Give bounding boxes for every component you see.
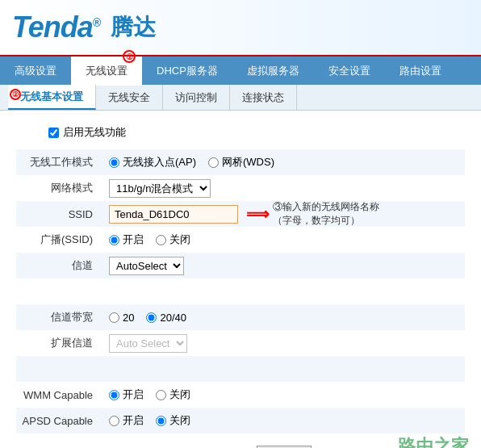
sub-nav-security[interactable]: 无线安全	[96, 85, 163, 110]
ssid-callout: ⟹ ③输入新的无线网络名称（字母，数字均可）	[246, 200, 379, 228]
separator-row-1	[16, 278, 465, 304]
apsd-label: APSD Capable	[16, 408, 105, 433]
mode-ap-radio[interactable]	[109, 157, 119, 168]
bandwidth-row: 信道带宽 20 20/40	[16, 304, 465, 330]
broadcast-row: 广播(SSID) 开启 关闭	[16, 227, 465, 253]
ext-channel-label: 扩展信道	[16, 330, 105, 356]
bandwidth-20-option[interactable]: 20	[109, 312, 134, 324]
bandwidth-2040-option[interactable]: 20/40	[146, 312, 186, 324]
nav-item-wireless[interactable]: 无线设置 ①	[71, 57, 142, 85]
broadcast-off-option[interactable]: 关闭	[156, 232, 190, 247]
bandwidth-20-label: 20	[123, 312, 134, 324]
wireless-mode-radio-group: 无线接入点(AP) 网桥(WDS)	[109, 155, 465, 170]
circle-annotation-1: ①	[123, 50, 136, 63]
bandwidth-control: 20 20/40	[105, 304, 465, 330]
bandwidth-20-radio[interactable]	[109, 312, 119, 323]
header: Tenda® 腾达	[0, 0, 481, 57]
wmm-off-option[interactable]: 关闭	[156, 387, 190, 402]
bandwidth-2040-radio[interactable]	[146, 312, 157, 323]
apsd-row: APSD Capable 开启 关闭	[16, 408, 465, 433]
wireless-mode-control: 无线接入点(AP) 网桥(WDS)	[105, 149, 465, 175]
wmm-radio-group: 开启 关闭	[109, 387, 465, 402]
mode-wds-option[interactable]: 网桥(WDS)	[208, 155, 274, 170]
sub-nav-basic[interactable]: ② 无线基本设置	[8, 85, 96, 110]
ssid-row: SSID ⟹ ③输入新的无线网络名称（字母，数字均可）	[16, 201, 465, 227]
wmm-on-radio[interactable]	[109, 390, 119, 400]
apsd-on-option[interactable]: 开启	[109, 413, 144, 428]
enable-wireless-checkbox[interactable]	[48, 128, 59, 138]
sub-nav: ② 无线基本设置 无线安全 访问控制 连接状态	[0, 85, 481, 111]
enable-wireless-row: 启用无线功能	[48, 125, 465, 140]
logo-en-text: Tenda	[12, 10, 93, 44]
broadcast-control: 开启 关闭	[105, 227, 465, 253]
logo-area: Tenda® 腾达	[12, 10, 156, 44]
wmm-row: WMM Capable 开启 关闭	[16, 382, 465, 408]
nav-item-dhcp[interactable]: DHCP服务器	[142, 57, 232, 85]
ext-channel-row: 扩展信道 Auto Select	[16, 330, 465, 356]
broadcast-on-radio[interactable]	[109, 235, 119, 245]
ext-channel-select[interactable]: Auto Select	[109, 334, 187, 353]
main-nav: 高级设置 无线设置 ① DHCP服务器 虚拟服务器 安全设置 路由设置	[0, 57, 481, 85]
ssid-label: SSID	[16, 201, 105, 227]
wireless-mode-label: 无线工作模式	[16, 149, 105, 175]
network-mode-select[interactable]: 11b/g/n混合模式	[109, 179, 211, 198]
broadcast-label: 广播(SSID)	[16, 227, 105, 253]
nav-item-advanced[interactable]: 高级设置	[0, 57, 71, 85]
sub-nav-status[interactable]: 连接状态	[230, 85, 297, 110]
sub-nav-access[interactable]: 访问控制	[163, 85, 230, 110]
channel-control: AutoSelect	[105, 253, 465, 278]
circle-annotation-2: ②	[10, 89, 21, 100]
watermark: 路由之家 (www.hhhyh.com)	[398, 434, 469, 448]
content-area: 启用无线功能 无线工作模式 无线接入点(AP) 网桥(WDS)	[0, 111, 481, 448]
apsd-control: 开启 关闭	[105, 408, 465, 433]
wmm-on-option[interactable]: 开启	[109, 387, 144, 402]
bandwidth-2040-label: 20/40	[160, 312, 186, 324]
apsd-radio-group: 开启 关闭	[109, 413, 465, 428]
apsd-on-label: 开启	[123, 413, 144, 428]
ext-channel-control: Auto Select	[105, 330, 465, 356]
broadcast-on-label: 开启	[123, 232, 144, 247]
mode-ap-label: 无线接入点(AP)	[123, 155, 196, 170]
network-mode-control: 11b/g/n混合模式	[105, 175, 465, 201]
channel-row: 信道 AutoSelect	[16, 253, 465, 278]
callout-arrow-icon: ⟹	[246, 204, 270, 224]
apsd-off-label: 关闭	[169, 413, 190, 428]
separator-row-2	[16, 356, 465, 382]
logo-tenda: Tenda®	[12, 10, 100, 44]
mode-ap-option[interactable]: 无线接入点(AP)	[109, 155, 196, 170]
settings-table: 无线工作模式 无线接入点(AP) 网桥(WDS) 网络模式	[16, 149, 465, 433]
ssid-hint-text: ③输入新的无线网络名称（字母，数字均可）	[273, 200, 379, 228]
enable-wireless-label: 启用无线功能	[63, 125, 126, 140]
broadcast-off-label: 关闭	[169, 232, 190, 247]
channel-select[interactable]: AutoSelect	[109, 257, 184, 275]
broadcast-radio-group: 开启 关闭	[109, 232, 465, 247]
mode-wds-radio[interactable]	[208, 157, 219, 168]
bandwidth-radio-group: 20 20/40	[109, 312, 465, 324]
ssid-control: ⟹ ③输入新的无线网络名称（字母，数字均可）	[105, 201, 465, 227]
ssid-input[interactable]	[109, 205, 238, 224]
channel-label: 信道	[16, 253, 105, 278]
wmm-off-radio[interactable]	[156, 390, 166, 400]
wmm-on-label: 开启	[123, 387, 144, 402]
wmm-off-label: 关闭	[169, 387, 190, 402]
wmm-label: WMM Capable	[16, 382, 105, 408]
apsd-off-radio[interactable]	[156, 416, 166, 426]
apsd-on-radio[interactable]	[109, 416, 119, 426]
logo-reg: ®	[93, 16, 100, 29]
logo-chinese: 腾达	[111, 12, 156, 43]
mode-wds-label: 网桥(WDS)	[222, 155, 274, 170]
nav-item-security[interactable]: 安全设置	[314, 57, 385, 85]
bandwidth-label: 信道带宽	[16, 304, 105, 330]
broadcast-off-radio[interactable]	[156, 235, 166, 245]
wireless-mode-row: 无线工作模式 无线接入点(AP) 网桥(WDS)	[16, 149, 465, 175]
watermark-brand: 路由之家	[398, 434, 469, 448]
wmm-control: 开启 关闭	[105, 382, 465, 408]
network-mode-row: 网络模式 11b/g/n混合模式	[16, 175, 465, 201]
nav-item-virtual[interactable]: 虚拟服务器	[232, 57, 314, 85]
broadcast-on-option[interactable]: 开启	[109, 232, 144, 247]
network-mode-label: 网络模式	[16, 175, 105, 201]
apsd-off-option[interactable]: 关闭	[156, 413, 190, 428]
nav-item-route[interactable]: 路由设置	[385, 57, 456, 85]
